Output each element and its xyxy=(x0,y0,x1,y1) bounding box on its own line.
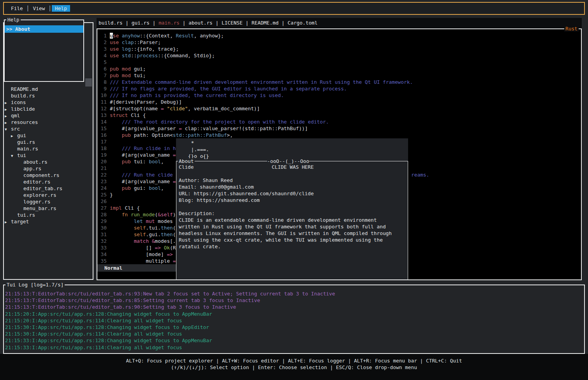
code-text: /// If no path is provided, the current … xyxy=(110,92,284,98)
code-text: multiple = xyxy=(110,258,176,264)
code-line: 8/// Extendable command-line driven deve… xyxy=(98,79,413,85)
tree-item-editor-rs[interactable]: editor.rs xyxy=(4,179,62,185)
log-entry: 21:15:30:I:App:src/tui/app.rs:114:Cleari… xyxy=(5,331,335,337)
menu-item-file[interactable]: File xyxy=(8,5,26,12)
line-number: 10 xyxy=(98,92,107,99)
line-number: 26 xyxy=(98,198,107,205)
tab-separator: | xyxy=(278,20,287,26)
chevron-right-icon: ▶ xyxy=(5,113,11,119)
dropdown-item-about[interactable]: >> About xyxy=(5,25,83,33)
line-number: 21 xyxy=(98,165,107,171)
tab-cargo-toml[interactable]: Cargo.toml xyxy=(287,20,317,26)
line-number: 31 xyxy=(98,231,107,238)
tree-item-libclide[interactable]: ▶libclide xyxy=(4,106,62,112)
clipped-comment-fragment: reams. xyxy=(411,172,429,178)
line-number: 29 xyxy=(98,218,107,224)
tree-item-readme-md[interactable]: README.md xyxy=(4,86,62,92)
code-text: /// The root directory for the project t… xyxy=(110,119,329,125)
tree-item-app-rs[interactable]: app.rs xyxy=(4,165,62,172)
tree-item-src[interactable]: ▼src xyxy=(4,125,62,132)
line-number: 20 xyxy=(98,158,107,165)
code-text: #[arg(value_name = xyxy=(110,152,179,158)
about-art-row: |.===. xyxy=(176,146,408,153)
code-text: use std::process::{Command, Stdio}; xyxy=(110,53,215,58)
code-text: fn run_mode(&self) xyxy=(110,212,176,217)
code-line: 16 pub path: Option<std::path::PathBuf>, xyxy=(98,132,413,138)
menu-items: File│View│Help xyxy=(8,5,70,11)
tree-item-gui-rs[interactable]: gui.rs xyxy=(4,139,62,145)
tree-item-icons[interactable]: ▶icons xyxy=(4,99,62,106)
line-number: 22 xyxy=(98,171,107,178)
line-number: 15 xyxy=(98,125,107,132)
shortcut-line-1: ALT+Q: Focus project explorer | ALT+W: F… xyxy=(0,357,588,364)
tree-item-component-rs[interactable]: component.rs xyxy=(4,172,62,179)
tab-separator: | xyxy=(213,20,222,26)
tab-main-rs[interactable]: main.rs xyxy=(158,20,180,26)
tree-item-about-rs[interactable]: about.rs xyxy=(4,159,62,165)
line-number: 12 xyxy=(98,105,107,112)
log-entry: 21:15:33:I:App:src/tui/app.rs:114:Cleari… xyxy=(5,344,335,351)
about-dialog-title: About xyxy=(178,158,195,164)
tree-item-editor-tab-rs[interactable]: editor_tab.rs xyxy=(4,185,62,192)
about-row: Blog: https://shaunreed.com xyxy=(179,197,392,203)
tree-item-explorer-rs[interactable]: explorer.rs xyxy=(4,192,62,198)
chevron-right-icon: ▶ xyxy=(5,106,11,113)
code-text: use anyhow::{Context, Result, anyhow}; xyxy=(110,33,224,39)
code-text: /// If no flags are provided, the GUI ed… xyxy=(110,86,347,92)
log-entry: 21:15:33:I:App:src/tui/app.rs:128:Changi… xyxy=(5,337,335,344)
tree-item-gui[interactable]: ▶gui xyxy=(4,132,62,139)
tree-item-qml[interactable]: ▶qml xyxy=(4,112,62,119)
line-number: 1 xyxy=(98,32,107,39)
tree-item-tui-rs[interactable]: tui.rs xyxy=(4,212,62,218)
line-number: 23 xyxy=(98,178,107,185)
tree-item-target[interactable]: ▶target xyxy=(4,218,62,225)
tab-readme-md[interactable]: README.md xyxy=(252,20,278,26)
code-text: let mut modes xyxy=(110,218,173,224)
tree-item-tui[interactable]: ▼tui xyxy=(4,152,62,159)
tree-item-build-rs[interactable]: build.rs xyxy=(4,92,62,99)
code-text: /// Extendable command-line driven devel… xyxy=(110,79,413,85)
line-number: 19 xyxy=(98,152,107,158)
tab-separator: | xyxy=(180,20,188,26)
chevron-down-icon: ▼ xyxy=(5,126,11,133)
about-row: Rust using the cxx-qt crate, while the T… xyxy=(179,237,392,243)
tab-build-rs[interactable]: build.rs xyxy=(99,20,123,26)
code-line: 12#[structopt(name = "clide", verbatim_d… xyxy=(98,105,413,112)
code-text: #[arg(value_parser = clap::value_parser!… xyxy=(110,125,308,131)
code-line: 9/// If no flags are provided, the GUI e… xyxy=(98,85,413,92)
line-number: 28 xyxy=(98,211,107,218)
tree-item-logger-rs[interactable]: logger.rs xyxy=(4,198,62,205)
code-line: 11#[derive(Parser, Debug)] xyxy=(98,99,413,105)
explorer-scrollbar-thumb[interactable] xyxy=(85,78,92,87)
help-dropdown-menu: >> About xyxy=(4,19,84,82)
line-number: 27 xyxy=(98,205,107,211)
code-line: 15 #[arg(value_parser = clap::value_pars… xyxy=(98,125,413,132)
log-entry: 21:15:20:I:App:src/tui/app.rs:114:Cleari… xyxy=(5,317,335,324)
tab-gui-rs[interactable]: gui.rs xyxy=(132,20,150,26)
menu-separator: │ xyxy=(48,5,52,11)
tab-license[interactable]: LICENSE xyxy=(222,20,243,26)
code-text: pub mod tui; xyxy=(110,72,146,78)
tree-item-menu-bar-rs[interactable]: menu_bar.rs xyxy=(4,205,62,212)
about-row: URL: https://git.shaunreed.com/shaunrd0/… xyxy=(179,190,392,197)
chevron-right-icon: ▶ xyxy=(5,99,11,106)
line-number: 6 xyxy=(98,65,107,72)
tree-item-main-rs[interactable]: main.rs xyxy=(4,145,62,152)
line-number: 7 xyxy=(98,72,107,79)
code-text: /// Run the clide xyxy=(110,172,173,178)
tui-log-title: Tui Log [log=1.7/s] xyxy=(5,282,65,288)
code-line: 3use log::{info, trace}; xyxy=(98,46,413,52)
code-text: use log::{info, trace}; xyxy=(110,46,179,52)
about-row: CLIDE is an extendable command-line driv… xyxy=(179,217,392,223)
menu-item-help[interactable]: Help xyxy=(52,5,70,12)
menu-item-view[interactable]: View xyxy=(30,5,48,12)
code-text: [] => Ok(R xyxy=(110,245,176,251)
code-text: self.gui.then( xyxy=(110,232,176,237)
code-line: 7pub mod tui; xyxy=(98,72,413,79)
line-number: 5 xyxy=(98,59,107,65)
about-row: Clide CLIDE WAS HERE xyxy=(179,164,392,170)
about-ascii-art: * |.===. {}o o{} xyxy=(176,138,408,161)
line-number: 4 xyxy=(98,52,107,59)
tree-item-resources[interactable]: ▶resources xyxy=(4,119,62,125)
tab-about-rs[interactable]: about.rs xyxy=(188,20,213,26)
